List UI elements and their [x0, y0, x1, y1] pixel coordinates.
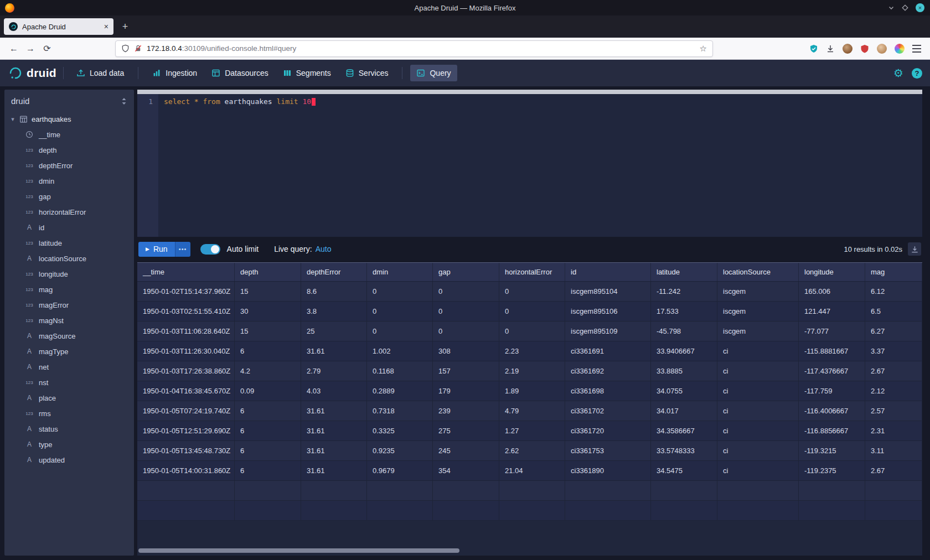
table-cell[interactable]: 31.61 [301, 341, 367, 361]
table-cell[interactable]: ci [717, 361, 799, 381]
table-cell[interactable]: iscgem895106 [565, 302, 651, 322]
table-cell[interactable]: 6.12 [865, 282, 922, 302]
table-tree-item-earthquakes[interactable]: ▾ earthquakes [4, 111, 134, 127]
table-cell[interactable]: -116.4006667 [799, 401, 865, 421]
table-cell[interactable]: 354 [433, 461, 499, 481]
table-cell[interactable]: 6 [235, 401, 301, 421]
forward-icon[interactable]: → [22, 41, 39, 56]
table-cell[interactable]: 0.2889 [367, 381, 433, 401]
nav-query[interactable]: Query [410, 65, 457, 81]
back-icon[interactable]: ← [6, 41, 22, 56]
table-cell[interactable]: 4.2 [235, 361, 301, 381]
table-cell[interactable]: 31.61 [301, 421, 367, 441]
table-cell[interactable]: 4.79 [499, 401, 565, 421]
extension-pinwheel-icon[interactable] [895, 44, 905, 54]
auto-limit-toggle[interactable] [200, 244, 220, 255]
column-item-magNst[interactable]: 123magNst [4, 313, 134, 328]
table-cell[interactable]: 3.11 [865, 441, 922, 461]
table-cell[interactable]: 308 [433, 341, 499, 361]
table-cell[interactable]: 21.04 [499, 461, 565, 481]
table-cell[interactable]: 2.62 [499, 441, 565, 461]
table-cell[interactable]: 6.27 [865, 322, 922, 341]
table-cell[interactable]: 0 [367, 322, 433, 341]
column-item-status[interactable]: Astatus [4, 421, 134, 437]
table-cell[interactable]: -77.077 [799, 322, 865, 341]
table-cell[interactable]: -11.242 [651, 282, 717, 302]
table-cell[interactable]: ci3361890 [565, 461, 651, 481]
column-header-gap[interactable]: gap [433, 263, 499, 281]
column-item-updated[interactable]: Aupdated [4, 452, 134, 468]
table-cell[interactable]: 165.006 [799, 282, 865, 302]
column-item-gap[interactable]: 123gap [4, 189, 134, 204]
table-cell[interactable]: -119.2375 [799, 461, 865, 481]
tracking-protection-shield-icon[interactable] [121, 44, 130, 53]
gear-icon[interactable]: ⚙ [893, 68, 903, 79]
table-cell[interactable]: 245 [433, 441, 499, 461]
column-item-latitude[interactable]: 123latitude [4, 235, 134, 251]
sort-columns-icon[interactable] [121, 97, 127, 105]
query-editor[interactable]: 1 select * from earthquakes limit 10 [137, 90, 922, 237]
table-cell[interactable]: ci3361720 [565, 421, 651, 441]
table-cell[interactable]: 8.6 [301, 282, 367, 302]
table-cell[interactable]: 0 [367, 302, 433, 322]
table-cell[interactable]: 1950-01-05T14:00:31.860Z [137, 461, 235, 481]
live-query-value[interactable]: Auto [316, 245, 332, 253]
table-cell[interactable]: 2.23 [499, 341, 565, 361]
table-cell[interactable]: 17.533 [651, 302, 717, 322]
nav-ingestion[interactable]: Ingestion [146, 65, 203, 81]
profile-avatar-icon[interactable] [877, 44, 887, 54]
table-cell[interactable]: -117.4376667 [799, 361, 865, 381]
table-cell[interactable]: 1950-01-05T12:51:29.690Z [137, 421, 235, 441]
table-cell[interactable]: 1950-01-03T11:26:30.040Z [137, 341, 235, 361]
table-cell[interactable]: 0.3325 [367, 421, 433, 441]
editor-scrollbar[interactable] [137, 90, 922, 94]
table-cell[interactable]: 15 [235, 282, 301, 302]
table-cell[interactable]: 239 [433, 401, 499, 421]
ublock-origin-icon[interactable] [860, 44, 869, 53]
column-header-depthError[interactable]: depthError [301, 263, 367, 281]
column-item-depth[interactable]: 123depth [4, 142, 134, 158]
reload-icon[interactable]: ⟳ [39, 41, 55, 56]
table-cell[interactable]: ci [717, 441, 799, 461]
table-cell[interactable]: 3.37 [865, 341, 922, 361]
table-cell[interactable]: 0.1168 [367, 361, 433, 381]
table-cell[interactable]: 30 [235, 302, 301, 322]
table-cell[interactable]: 34.017 [651, 401, 717, 421]
table-cell[interactable]: 6 [235, 461, 301, 481]
table-cell[interactable]: 1.27 [499, 421, 565, 441]
table-cell[interactable]: 0 [367, 282, 433, 302]
table-cell[interactable]: -115.8881667 [799, 341, 865, 361]
table-cell[interactable]: ci3361702 [565, 401, 651, 421]
table-cell[interactable]: 1.002 [367, 341, 433, 361]
url-text[interactable]: 172.18.0.4:30109/unified-console.html#qu… [147, 44, 695, 53]
table-cell[interactable]: -45.798 [651, 322, 717, 341]
column-item-nst[interactable]: 123nst [4, 375, 134, 390]
column-item-dmin[interactable]: 123dmin [4, 173, 134, 189]
table-cell[interactable]: 0.9679 [367, 461, 433, 481]
table-cell[interactable]: 33.5748333 [651, 441, 717, 461]
table-cell[interactable]: ci3361692 [565, 361, 651, 381]
nav-load-data[interactable]: Load data [70, 65, 130, 81]
column-item-rms[interactable]: 123rms [4, 406, 134, 421]
table-cell[interactable]: 0 [433, 302, 499, 322]
column-header-depth[interactable]: depth [235, 263, 301, 281]
table-cell[interactable]: ci [717, 381, 799, 401]
browser-tab[interactable]: Apache Druid × [4, 18, 113, 35]
table-cell[interactable]: 0.7318 [367, 401, 433, 421]
table-cell[interactable]: -116.8856667 [799, 421, 865, 441]
column-header-mag[interactable]: mag [865, 263, 922, 281]
table-cell[interactable]: -117.759 [799, 381, 865, 401]
column-item-horizontalError[interactable]: 123horizontalError [4, 204, 134, 220]
tab-close-icon[interactable]: × [104, 22, 108, 31]
table-cell[interactable]: 1950-01-05T07:24:19.740Z [137, 401, 235, 421]
table-cell[interactable]: 0.09 [235, 381, 301, 401]
column-item-mag[interactable]: 123mag [4, 282, 134, 297]
table-cell[interactable]: 34.0755 [651, 381, 717, 401]
table-cell[interactable]: 2.79 [301, 361, 367, 381]
table-cell[interactable]: ci [717, 401, 799, 421]
new-tab-button[interactable]: + [118, 21, 132, 33]
column-item-net[interactable]: Anet [4, 359, 134, 375]
table-cell[interactable]: iscgem [717, 282, 799, 302]
column-item-magSource[interactable]: AmagSource [4, 328, 134, 344]
table-cell[interactable]: 0 [433, 322, 499, 341]
